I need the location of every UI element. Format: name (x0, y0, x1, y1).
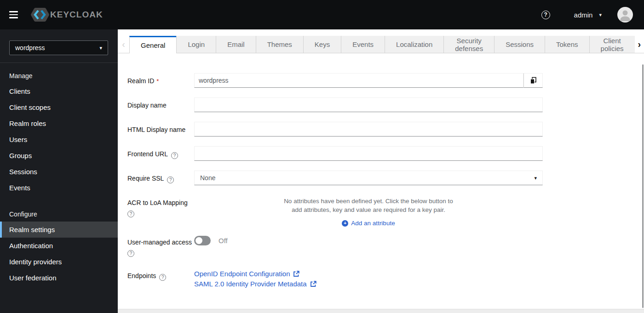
help-icon[interactable]: ? (167, 176, 174, 183)
realm-select-value: wordpress (15, 44, 45, 51)
realm-id-input[interactable] (194, 73, 523, 88)
form-row-require-ssl: Require SSL? None ▾ (127, 171, 644, 185)
sidebar-item-identity-providers[interactable]: Identity providers (0, 254, 118, 270)
form-row-acr-mapping: ACR to LoA Mapping ? No attributes have … (127, 195, 644, 227)
tab-events[interactable]: Events (341, 36, 385, 53)
help-icon: ? (541, 11, 550, 19)
endpoints-label: Endpoints? (127, 268, 194, 288)
form-row-endpoints: Endpoints? OpenID Endpoint Configuration… (127, 268, 644, 288)
copy-icon (530, 77, 537, 84)
tab-client-policies[interactable]: Client policies (589, 36, 635, 53)
sidebar: wordpress ▾ Manage Clients Client scopes… (0, 29, 118, 313)
sidebar-item-events[interactable]: Events (0, 180, 118, 196)
form-row-realm-id: Realm ID* (127, 73, 644, 88)
tab-sessions[interactable]: Sessions (494, 36, 545, 53)
sidebar-item-groups[interactable]: Groups (0, 148, 118, 164)
user-managed-access-label: User-managed access ? (127, 234, 194, 257)
tab-bar: ‹ General Login Email Themes Keys Events… (118, 29, 644, 53)
sidebar-item-realm-roles[interactable]: Realm roles (0, 115, 118, 131)
brand-text: KEYCLOAK (50, 10, 103, 20)
openid-endpoint-link[interactable]: OpenID Endpoint Configuration (194, 270, 543, 278)
sidebar-item-authentication[interactable]: Authentication (0, 238, 118, 254)
copy-button[interactable] (523, 73, 543, 88)
sidebar-item-sessions[interactable]: Sessions (0, 164, 118, 180)
tab-tokens[interactable]: Tokens (545, 36, 589, 53)
form-row-user-managed-access: User-managed access ? Off (127, 234, 644, 257)
html-display-name-label: HTML Display name (127, 122, 194, 137)
help-icon[interactable]: ? (159, 274, 166, 281)
display-name-label: Display name (127, 97, 194, 112)
username: admin (574, 11, 593, 19)
tab-scroll-right-icon[interactable]: › (635, 36, 644, 53)
tab-general[interactable]: General (129, 36, 176, 53)
keycloak-logo[interactable]: KEYCLOAK (30, 6, 103, 23)
chevron-down-icon: ▾ (599, 12, 602, 18)
toggle-state-label: Off (218, 237, 228, 245)
acr-empty-state: No attributes have been defined yet. Cli… (194, 195, 543, 227)
tab-localization[interactable]: Localization (385, 36, 443, 53)
tab-keys[interactable]: Keys (303, 36, 341, 53)
help-icon[interactable]: ? (171, 152, 178, 159)
require-ssl-value: None (200, 174, 215, 182)
hamburger-menu-icon[interactable] (9, 9, 21, 20)
user-dropdown[interactable]: admin ▾ (574, 11, 602, 19)
require-ssl-label: Require SSL? (127, 171, 194, 185)
chevron-down-icon: ▾ (99, 45, 102, 51)
sidebar-item-users[interactable]: Users (0, 131, 118, 148)
html-display-name-input[interactable] (194, 122, 543, 137)
user-managed-access-toggle[interactable] (194, 236, 211, 245)
tab-security-defenses[interactable]: Security defenses (443, 36, 494, 53)
form-row-frontend-url: Frontend URL? (127, 146, 644, 161)
frontend-url-input[interactable] (194, 146, 543, 161)
nav-group-title: Manage (0, 69, 118, 83)
help-icon[interactable]: ? (127, 211, 134, 217)
sidebar-item-clients[interactable]: Clients (0, 83, 118, 99)
keycloak-hexagon-icon (30, 6, 50, 23)
tab-themes[interactable]: Themes (256, 36, 303, 53)
realm-select[interactable]: wordpress ▾ (9, 40, 108, 55)
acr-mapping-label: ACR to LoA Mapping ? (127, 195, 194, 227)
sidebar-item-user-federation[interactable]: User federation (0, 270, 118, 286)
add-attribute-label: Add an attribute (351, 220, 395, 227)
help-icon[interactable]: ? (127, 250, 134, 257)
plus-circle-icon: + (342, 220, 348, 227)
sidebar-item-realm-settings[interactable]: Realm settings (0, 222, 118, 238)
main-content: ‹ General Login Email Themes Keys Events… (118, 29, 644, 313)
avatar[interactable] (617, 7, 633, 23)
person-icon (617, 7, 633, 23)
external-link-icon (293, 271, 299, 277)
help-button[interactable]: ? (541, 11, 550, 19)
tab-scroll-left-icon[interactable]: ‹ (118, 36, 129, 53)
vertical-scrollbar[interactable] (642, 64, 644, 308)
require-ssl-select[interactable]: None ▾ (194, 171, 543, 185)
frontend-url-label: Frontend URL? (127, 146, 194, 161)
realm-id-label: Realm ID* (127, 73, 194, 88)
tab-login[interactable]: Login (176, 36, 216, 53)
nav-group-configure: Configure Realm settings Authentication … (0, 196, 118, 286)
acr-empty-text: No attributes have been defined yet. Cli… (281, 197, 456, 214)
masthead: KEYCLOAK ? admin ▾ (0, 0, 644, 29)
required-asterisk: * (156, 78, 159, 85)
external-link-icon (310, 281, 316, 287)
form-row-html-display-name: HTML Display name (127, 122, 644, 137)
realm-settings-form: Realm ID* Display name (118, 53, 644, 288)
sidebar-item-client-scopes[interactable]: Client scopes (0, 99, 118, 115)
saml-metadata-link[interactable]: SAML 2.0 Identity Provider Metadata (194, 280, 543, 288)
tab-email[interactable]: Email (216, 36, 256, 53)
form-row-display-name: Display name (127, 97, 644, 112)
nav-group-title: Configure (0, 208, 118, 222)
footer-band (118, 309, 644, 313)
nav-group-manage: Manage Clients Client scopes Realm roles… (0, 63, 118, 196)
chevron-down-icon: ▾ (534, 175, 537, 181)
add-attribute-button[interactable]: + Add an attribute (342, 220, 395, 227)
display-name-input[interactable] (194, 97, 543, 112)
